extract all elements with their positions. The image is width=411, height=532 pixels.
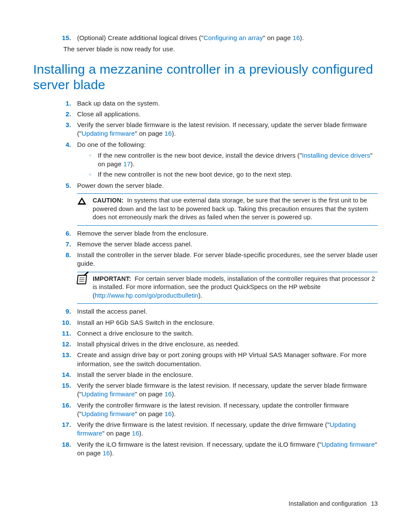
- step-text: Remove the server blade access panel.: [77, 240, 378, 249]
- step-text: If the new controller is not the new boo…: [98, 170, 378, 179]
- step-number: 16.: [59, 401, 71, 410]
- important-text-post: ).: [199, 292, 202, 299]
- link-installing-device-drivers[interactable]: Installing device drivers: [302, 152, 370, 159]
- step-text: Install the access panel.: [77, 307, 378, 316]
- caution-icon: [77, 196, 87, 206]
- link-updating-firmware[interactable]: Updating firmware: [321, 441, 374, 448]
- section-heading: Installing a mezzanine controller in a p…: [33, 62, 378, 93]
- page-ref-link[interactable]: 16: [103, 449, 110, 457]
- step-6: 6. Remove the server blade from the encl…: [59, 229, 378, 238]
- step-text: Verify the server blade firmware is the …: [77, 121, 378, 138]
- ready-paragraph: The server blade is now ready for use.: [63, 45, 378, 53]
- step-text: Connect a drive enclosure to the switch.: [77, 329, 378, 338]
- step-text: Verify the drive firmware is the latest …: [77, 420, 378, 438]
- page-ref-link[interactable]: 16: [165, 130, 172, 137]
- step-8: 8. Install the controller in the server …: [59, 251, 378, 268]
- step-number: 10.: [59, 318, 71, 327]
- text-fragment: " on page: [263, 34, 293, 41]
- step-3: 3. Verify the server blade firmware is t…: [59, 121, 378, 138]
- step-number: 17.: [59, 420, 71, 429]
- step-text: Back up data on the system.: [77, 99, 378, 108]
- step-number: 6.: [59, 229, 71, 238]
- important-callout: IMPORTANT: For certain server blade mode…: [77, 272, 378, 304]
- step-text: Install the controller in the server bla…: [77, 251, 378, 268]
- step-number: 7.: [59, 240, 71, 249]
- footer-section: Installation and configuration: [289, 500, 367, 507]
- step-4: 4. Do one of the following:: [59, 140, 378, 149]
- page-ref-link[interactable]: 16: [293, 34, 300, 41]
- page-footer: Installation and configuration13: [289, 500, 378, 508]
- text-fragment: " on page: [102, 429, 132, 437]
- page-content: 15. (Optional) Create additional logical…: [33, 34, 378, 460]
- text-fragment: ).: [131, 160, 134, 168]
- page-ref-link[interactable]: 16: [165, 410, 172, 417]
- step-text: (Optional) Create additional logical dri…: [77, 34, 378, 42]
- step-18: 18. Verify the iLO firmware is the lates…: [59, 440, 378, 458]
- bullet-icon: ○: [87, 170, 93, 179]
- text-fragment: " on page: [135, 410, 165, 417]
- bullet-icon: ○: [87, 151, 93, 160]
- step-13: 13. Create and assign drive bay or port …: [59, 351, 378, 368]
- page-ref-link[interactable]: 16: [165, 390, 172, 398]
- step-7: 7. Remove the server blade access panel.: [59, 240, 378, 249]
- step-text: Power down the server blade.: [77, 181, 378, 190]
- step-5: 5. Power down the server blade.: [59, 181, 378, 190]
- step-number: 14.: [59, 370, 71, 379]
- text-fragment: ).: [172, 390, 176, 398]
- step-text: Remove the server blade from the enclosu…: [77, 229, 378, 238]
- step-4a: ○ If the new controller is the new boot …: [87, 151, 378, 169]
- step-text: Install an HP 6Gb SAS Switch in the encl…: [77, 318, 378, 327]
- step-1: 1. Back up data on the system.: [59, 99, 378, 108]
- step-number: 11.: [59, 329, 71, 338]
- step-number: 3.: [59, 121, 71, 129]
- footer-page-number: 13: [371, 500, 378, 507]
- step-number: 15.: [59, 381, 71, 390]
- step-number: 8.: [59, 251, 71, 259]
- caution-callout: CAUTION: In systems that use external da…: [77, 193, 378, 226]
- text-fragment: " on page: [135, 130, 165, 137]
- step-16: 16. Verify the controller firmware is th…: [59, 401, 378, 419]
- caution-lead: CAUTION:: [93, 197, 124, 204]
- page-ref-link[interactable]: 17: [123, 160, 131, 168]
- important-lead: IMPORTANT:: [93, 275, 131, 282]
- link-updating-firmware[interactable]: Updating firmware: [82, 390, 135, 398]
- prior-step-15: 15. (Optional) Create additional logical…: [59, 34, 378, 42]
- step-text: Create and assign drive bay or port zoni…: [77, 351, 378, 368]
- link-configuring-an-array[interactable]: Configuring an array: [203, 34, 263, 41]
- text-fragment: " on page: [135, 390, 165, 398]
- step-12: 12. Install physical drives in the drive…: [59, 340, 378, 348]
- step-text: Install physical drives in the drive enc…: [77, 340, 378, 348]
- step-number: 18.: [59, 440, 71, 449]
- step-text: Install the server blade in the enclosur…: [77, 370, 378, 379]
- caution-body: CAUTION: In systems that use external da…: [93, 196, 378, 222]
- step-9: 9. Install the access panel.: [59, 307, 378, 316]
- text-fragment: ).: [139, 429, 143, 437]
- link-updating-firmware[interactable]: Updating firmware: [82, 130, 135, 137]
- step-10: 10. Install an HP 6Gb SAS Switch in the …: [59, 318, 378, 327]
- text-fragment: ).: [172, 410, 176, 417]
- step-text: Verify the iLO firmware is the latest re…: [77, 440, 378, 458]
- text-fragment: Verify the iLO firmware is the latest re…: [77, 441, 321, 448]
- step-text: Do one of the following:: [77, 140, 378, 149]
- step-2: 2. Close all applications.: [59, 110, 378, 118]
- step-number: 13.: [59, 351, 71, 359]
- step-number: 1.: [59, 99, 71, 108]
- step-number: 12.: [59, 340, 71, 348]
- text-fragment: ).: [110, 449, 114, 457]
- text-fragment: If the new controller is the new boot de…: [98, 152, 302, 159]
- page-ref-link[interactable]: 16: [132, 429, 139, 437]
- step-15: 15. Verify the server blade firmware is …: [59, 381, 378, 399]
- text-fragment: ).: [300, 34, 304, 41]
- step-14: 14. Install the server blade in the encl…: [59, 370, 378, 379]
- text-fragment: ).: [172, 130, 176, 137]
- step-text: If the new controller is the new boot de…: [98, 151, 378, 169]
- text-fragment: (Optional) Create additional logical dri…: [77, 34, 203, 41]
- step-number: 5.: [59, 181, 71, 190]
- step-number: 15.: [59, 34, 71, 42]
- link-updating-firmware[interactable]: Updating firmware: [82, 410, 135, 417]
- important-icon: [77, 275, 87, 284]
- step-11: 11. Connect a drive enclosure to the swi…: [59, 329, 378, 338]
- step-17: 17. Verify the drive firmware is the lat…: [59, 420, 378, 438]
- step-number: 4.: [59, 140, 71, 149]
- link-product-bulletin[interactable]: http://www.hp.com/go/productbulletin: [95, 292, 199, 299]
